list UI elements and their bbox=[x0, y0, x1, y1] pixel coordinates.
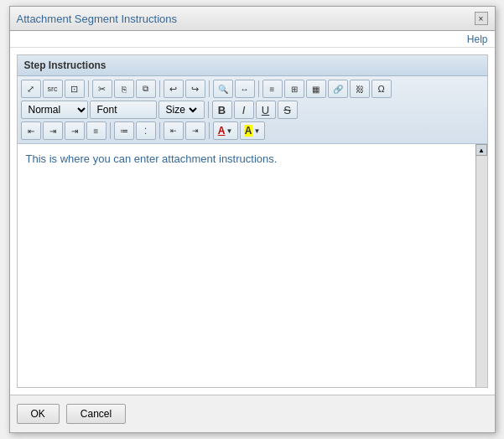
toolbar-row-1: ⤢ src ⊡ ✂ ⎘ ⧉ ↩ ↪ 🔍 ↔ ≡ ⊞ ▦ bbox=[21, 80, 484, 98]
unlink-icon[interactable]: ⛓ bbox=[350, 80, 370, 98]
find-icon[interactable]: 🔍 bbox=[213, 80, 233, 98]
editor-area[interactable]: This is where you can enter attachment i… bbox=[18, 144, 487, 387]
paste-icon[interactable]: ⧉ bbox=[136, 80, 156, 98]
style-dropdown[interactable]: Normal Heading 1 Heading 2 bbox=[21, 101, 88, 119]
separator-8 bbox=[209, 122, 210, 139]
undo-icon[interactable]: ↩ bbox=[164, 80, 184, 98]
font-color-button[interactable]: A ▼ bbox=[213, 121, 238, 140]
indent-less-icon[interactable]: ⇤ bbox=[164, 121, 184, 140]
size-dropdown[interactable]: Size 8 10 12 bbox=[158, 101, 205, 119]
strikethrough-button[interactable]: S bbox=[278, 101, 298, 119]
separator-3 bbox=[209, 80, 210, 97]
special-char-icon[interactable]: Ω bbox=[372, 80, 392, 98]
footer: OK Cancel bbox=[10, 395, 495, 432]
title-bar: Attachment Segment Instructions × bbox=[10, 7, 495, 31]
separator-6 bbox=[110, 122, 111, 139]
scrollbar[interactable]: ▲ bbox=[475, 144, 487, 387]
scroll-up-arrow[interactable]: ▲ bbox=[475, 144, 487, 156]
separator-5 bbox=[208, 101, 209, 118]
size-select[interactable]: Size 8 10 12 bbox=[163, 103, 200, 116]
editor-content: This is where you can enter attachment i… bbox=[26, 152, 479, 165]
indent-more-icon[interactable]: ⇥ bbox=[185, 121, 205, 140]
separator-2 bbox=[159, 80, 160, 97]
template-icon[interactable]: ⊡ bbox=[65, 80, 85, 98]
image-icon[interactable]: ▦ bbox=[306, 80, 326, 98]
bg-color-button[interactable]: A ▼ bbox=[240, 121, 265, 140]
font-dropdown[interactable]: Font Arial Times New Roman bbox=[90, 101, 157, 119]
align-left-icon[interactable]: ⇤ bbox=[21, 121, 41, 140]
ordered-list-icon[interactable]: ≔ bbox=[114, 121, 134, 140]
style-select[interactable]: Normal Heading 1 Heading 2 bbox=[25, 103, 88, 116]
separator-1 bbox=[88, 80, 89, 97]
replace-icon[interactable]: ↔ bbox=[235, 80, 255, 98]
help-bar: Help bbox=[10, 31, 495, 48]
link-icon[interactable]: 🔗 bbox=[328, 80, 348, 98]
help-link[interactable]: Help bbox=[467, 34, 488, 45]
bold-button[interactable]: B bbox=[212, 101, 232, 119]
expand-icon[interactable]: ⤢ bbox=[21, 80, 41, 98]
table-icon[interactable]: ⊞ bbox=[284, 80, 304, 98]
dialog-title: Attachment Segment Instructions bbox=[17, 13, 177, 25]
align-right-icon[interactable]: ⇥ bbox=[65, 121, 85, 140]
step-instructions-box: Step Instructions ⤢ src ⊡ ✂ ⎘ ⧉ ↩ ↪ 🔍 bbox=[17, 54, 488, 388]
toolbar-row-2: Normal Heading 1 Heading 2 Font Arial Ti… bbox=[21, 101, 484, 119]
close-button[interactable]: × bbox=[475, 12, 488, 25]
toolbar-row-3: ⇤ ⇥ ⇥ ≡ ≔ ⁚ ⇤ ⇥ A ▼ A bbox=[21, 121, 484, 140]
redo-icon[interactable]: ↪ bbox=[185, 80, 205, 98]
align-center-icon[interactable]: ⇥ bbox=[43, 121, 63, 140]
separator-4 bbox=[258, 80, 259, 97]
underline-button[interactable]: U bbox=[256, 101, 276, 119]
unordered-list-icon[interactable]: ⁚ bbox=[136, 121, 156, 140]
list-view-icon[interactable]: ≡ bbox=[262, 80, 283, 98]
align-justify-icon[interactable]: ≡ bbox=[86, 121, 107, 140]
cancel-button[interactable]: Cancel bbox=[66, 404, 126, 424]
italic-button[interactable]: I bbox=[234, 101, 254, 119]
toolbar-area: ⤢ src ⊡ ✂ ⎘ ⧉ ↩ ↪ 🔍 ↔ ≡ ⊞ ▦ bbox=[18, 76, 487, 144]
ok-button[interactable]: OK bbox=[17, 404, 60, 424]
cut-icon[interactable]: ✂ bbox=[92, 80, 112, 98]
separator-7 bbox=[159, 122, 160, 139]
dialog: Attachment Segment Instructions × Help S… bbox=[9, 6, 496, 433]
copy-icon[interactable]: ⎘ bbox=[114, 80, 134, 98]
content-area: Step Instructions ⤢ src ⊡ ✂ ⎘ ⧉ ↩ ↪ 🔍 bbox=[10, 48, 495, 395]
step-instructions-header: Step Instructions bbox=[18, 55, 487, 76]
source-icon[interactable]: src bbox=[43, 80, 63, 98]
